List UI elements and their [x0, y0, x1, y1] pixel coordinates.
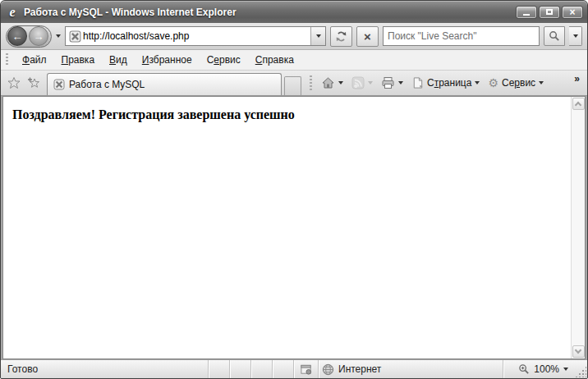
- home-button[interactable]: [317, 74, 347, 92]
- scroll-up-button[interactable]: [572, 98, 585, 110]
- menu-help[interactable]: Справка: [248, 52, 301, 68]
- vertical-scrollbar[interactable]: [571, 97, 585, 358]
- menu-tools[interactable]: Сервис: [200, 52, 248, 68]
- printer-icon: [381, 76, 395, 89]
- search-options-dropdown[interactable]: [569, 26, 582, 46]
- chevron-down-icon: [575, 347, 581, 354]
- status-segment: [229, 360, 250, 378]
- menu-view[interactable]: Вид: [102, 52, 135, 68]
- address-input[interactable]: [81, 30, 310, 42]
- window-resize-grip[interactable]: [575, 366, 586, 377]
- page-status-icon: [300, 363, 312, 376]
- page-button-label: Страница: [427, 77, 471, 89]
- tab-label: Работа с MySQL: [69, 79, 145, 90]
- menu-file[interactable]: Файл: [15, 52, 54, 68]
- status-text: Готово: [1, 360, 208, 378]
- chevron-down-icon: [573, 34, 578, 38]
- feeds-button[interactable]: [347, 74, 377, 92]
- menu-edit[interactable]: Правка: [54, 52, 103, 68]
- web-page: Поздравляем! Регистрация завершена успеш…: [3, 97, 571, 358]
- stop-icon: ×: [364, 30, 371, 43]
- new-tab-button[interactable]: [284, 76, 301, 95]
- chevron-down-icon: [338, 81, 343, 84]
- add-favorite-button[interactable]: [24, 73, 44, 93]
- window-title: Работа с MySQL - Windows Internet Explor…: [24, 7, 516, 18]
- status-segment: [272, 360, 293, 378]
- star-plus-icon: [27, 76, 40, 89]
- tab-active[interactable]: Работа с MySQL: [47, 73, 282, 95]
- search-box[interactable]: [383, 26, 540, 46]
- chevron-up-icon: [575, 102, 581, 108]
- zone-label: Интернет: [338, 363, 381, 375]
- page-heading: Поздравляем! Регистрация завершена успеш…: [12, 107, 571, 122]
- page-button[interactable]: Страница: [407, 74, 484, 92]
- toolbar-grip[interactable]: [310, 75, 312, 90]
- page-viewport: Поздравляем! Регистрация завершена успеш…: [2, 96, 586, 359]
- toolbar-grip[interactable]: [6, 53, 8, 66]
- back-button[interactable]: ←: [7, 26, 27, 46]
- zoom-level: 100%: [534, 363, 559, 375]
- tools-button-label: Сервис: [502, 77, 535, 89]
- star-icon: [7, 76, 21, 89]
- back-arrow-icon: ←: [12, 30, 23, 43]
- refresh-button[interactable]: [330, 26, 352, 47]
- chevron-down-icon: [368, 81, 373, 84]
- maximize-button[interactable]: [539, 6, 560, 19]
- minimize-icon: [523, 14, 530, 16]
- tools-button[interactable]: ⚙ Сервис: [484, 75, 548, 91]
- page-icon: [411, 76, 424, 89]
- rss-feed-icon: [351, 76, 365, 89]
- globe-icon: [322, 363, 334, 376]
- search-input[interactable]: [384, 30, 539, 42]
- ie-logo-icon: e: [5, 5, 20, 20]
- forward-arrow-icon: →: [34, 30, 44, 43]
- title-bar[interactable]: e Работа с MySQL - Windows Internet Expl…: [1, 1, 587, 23]
- address-bar[interactable]: [65, 26, 326, 46]
- navigation-bar: ← → ×: [1, 23, 587, 50]
- gear-icon: ⚙: [488, 77, 498, 89]
- search-button[interactable]: [544, 26, 565, 46]
- maximize-icon: [546, 9, 553, 15]
- stop-button[interactable]: ×: [356, 26, 379, 47]
- close-icon: ×: [569, 7, 575, 17]
- zoom-magnifier-icon: [518, 363, 530, 375]
- security-zone[interactable]: Интернет: [318, 360, 503, 378]
- scroll-down-button[interactable]: [572, 345, 585, 358]
- address-dropdown-button[interactable]: [310, 27, 325, 45]
- page-favicon: [69, 30, 81, 43]
- status-segment: [208, 360, 229, 378]
- status-segment: [250, 360, 272, 378]
- tab-favicon: [53, 79, 65, 90]
- chevron-down-icon: [316, 34, 321, 38]
- toolbar-overflow-button[interactable]: »: [570, 72, 584, 85]
- zoom-control[interactable]: 100%: [503, 360, 575, 378]
- status-bar: Готово Интернет 100%: [1, 359, 587, 378]
- close-button[interactable]: ×: [562, 6, 583, 19]
- refresh-icon: [335, 30, 347, 43]
- protected-mode-indicator[interactable]: [293, 360, 318, 378]
- chevron-down-icon: [398, 81, 403, 84]
- chevron-down-icon: [475, 81, 480, 84]
- menu-favorites[interactable]: Избранное: [135, 52, 200, 68]
- minimize-button[interactable]: [516, 6, 537, 19]
- menu-bar: Файл Правка Вид Избранное Сервис Справка: [1, 50, 587, 71]
- recent-pages-dropdown[interactable]: [56, 34, 61, 38]
- print-button[interactable]: [377, 74, 407, 92]
- chevron-down-icon: [563, 368, 568, 371]
- browser-window: e Работа с MySQL - Windows Internet Expl…: [0, 0, 588, 379]
- favorites-center-button[interactable]: [4, 73, 24, 93]
- search-icon: [549, 30, 560, 42]
- home-icon: [321, 76, 335, 89]
- chevron-down-icon: [539, 81, 544, 84]
- forward-button[interactable]: →: [29, 26, 48, 46]
- tab-bar: Работа с MySQL: [1, 71, 587, 96]
- nav-button-group: ← →: [6, 25, 52, 48]
